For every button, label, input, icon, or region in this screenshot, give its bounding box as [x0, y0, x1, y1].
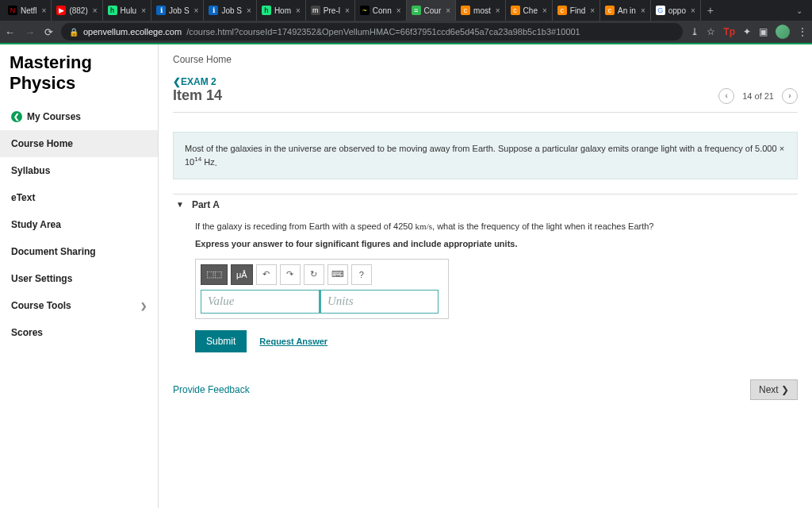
tab-title: Job S	[221, 6, 242, 15]
value-input[interactable]: Value	[201, 290, 320, 314]
tab-close-icon[interactable]: ×	[247, 6, 251, 15]
tab-title: Che	[523, 6, 538, 15]
browser-tab[interactable]: hHulu×	[103, 0, 151, 21]
browser-tab[interactable]: ≡Cour×	[407, 0, 457, 21]
units-input[interactable]: Units	[320, 290, 439, 314]
extension-tp-icon[interactable]: Tp	[723, 26, 735, 37]
tab-close-icon[interactable]: ×	[194, 6, 199, 15]
bookmark-icon[interactable]: ☆	[707, 26, 715, 37]
extensions-icon[interactable]: ✦	[743, 26, 751, 37]
pager-next-button[interactable]: ›	[782, 88, 798, 104]
answer-instruction: Express your answer to four significant …	[195, 237, 798, 251]
tab-title: Cour	[424, 6, 442, 15]
browser-tab[interactable]: cmost×	[456, 0, 506, 21]
browser-tab[interactable]: cChe×	[506, 0, 553, 21]
pager-prev-button[interactable]: ‹	[718, 88, 734, 104]
tab-favicon: m	[311, 6, 320, 15]
part-label: Part A	[192, 199, 220, 210]
profile-avatar[interactable]	[776, 25, 790, 39]
main-content: Course Home ❮EXAM 2 Item 14 ‹ 14 of 21 ›…	[159, 44, 812, 508]
tab-title: Netfl	[21, 6, 37, 15]
tab-favicon: c	[605, 6, 615, 15]
help-button[interactable]: ?	[351, 264, 372, 285]
tab-close-icon[interactable]: ×	[641, 6, 645, 15]
tab-close-icon[interactable]: ×	[496, 6, 500, 15]
sidebar-item-course-tools[interactable]: Course Tools❯	[0, 292, 158, 319]
brand-title: Mastering Physics	[0, 44, 158, 103]
tab-favicon: c	[511, 6, 520, 15]
nav-back-icon[interactable]: ←	[5, 26, 15, 38]
menu-icon[interactable]: ⋮	[798, 26, 807, 37]
next-button[interactable]: Next ❯	[750, 379, 798, 400]
tab-favicon: ~	[360, 6, 370, 15]
browser-address-bar: ← → ⟳ 🔒 openvellum.ecollege.com/course.h…	[0, 21, 812, 44]
browser-tab[interactable]: ℹJob S×	[204, 0, 256, 21]
tab-favicon: ℹ	[156, 6, 166, 15]
keyboard-button[interactable]: ⌨	[327, 264, 348, 285]
panel-icon[interactable]: ▣	[759, 26, 768, 37]
tab-close-icon[interactable]: ×	[42, 6, 47, 15]
tab-close-icon[interactable]: ×	[396, 6, 401, 15]
equation-toolbar: ⬚⬚ μÅ ↶ ↷ ↻ ⌨ ?	[201, 264, 443, 285]
tab-close-icon[interactable]: ×	[691, 6, 695, 15]
tab-title: Hulu	[121, 6, 137, 15]
browser-tab[interactable]: ℹJob S×	[151, 0, 204, 21]
browser-tab[interactable]: ~Conn×	[355, 0, 407, 21]
browser-tab[interactable]: Goppo×	[651, 0, 701, 21]
reset-button[interactable]: ↻	[304, 264, 324, 285]
undo-button[interactable]: ↶	[256, 264, 277, 285]
symbols-button[interactable]: μÅ	[231, 264, 253, 285]
url-box[interactable]: 🔒 openvellum.ecollege.com/course.html?co…	[61, 23, 683, 40]
tab-close-icon[interactable]: ×	[542, 6, 547, 15]
tabs-dropdown-icon[interactable]: ⌄	[790, 6, 809, 15]
back-circle-icon: ❮	[11, 111, 22, 122]
request-answer-link[interactable]: Request Answer	[259, 337, 327, 346]
install-icon[interactable]: ⤓	[691, 26, 699, 37]
lock-icon: 🔒	[69, 28, 79, 37]
browser-tab[interactable]: cAn in×	[600, 0, 651, 21]
sidebar-item-course-home[interactable]: Course Home	[0, 130, 158, 157]
sidebar-item-user-settings[interactable]: User Settings	[0, 265, 158, 292]
tab-close-icon[interactable]: ×	[345, 6, 350, 15]
provide-feedback-link[interactable]: Provide Feedback	[173, 384, 250, 395]
sidebar-my-courses[interactable]: ❮ My Courses	[0, 103, 158, 130]
url-path: /course.html?courseId=17492352&OpenVellu…	[186, 27, 580, 37]
tab-close-icon[interactable]: ×	[296, 6, 301, 15]
tab-close-icon[interactable]: ×	[446, 6, 450, 15]
redo-button[interactable]: ↷	[280, 264, 301, 285]
sidebar-item-syllabus[interactable]: Syllabus	[0, 157, 158, 184]
templates-button[interactable]: ⬚⬚	[201, 264, 228, 285]
tab-close-icon[interactable]: ×	[93, 6, 98, 15]
browser-tab[interactable]: hHom×	[257, 0, 306, 21]
tab-title: most	[473, 6, 491, 15]
tab-close-icon[interactable]: ×	[590, 6, 595, 15]
submit-button[interactable]: Submit	[195, 330, 247, 352]
browser-tab[interactable]: mPre-l×	[306, 0, 355, 21]
tab-title: (882)	[69, 6, 87, 15]
pager-position: 14 of 21	[742, 91, 774, 101]
tab-favicon: h	[262, 6, 271, 15]
sidebar-item-label: Scores	[11, 327, 43, 338]
sidebar: Mastering Physics ❮ My Courses Course Ho…	[0, 44, 159, 508]
nav-forward-icon[interactable]: →	[25, 26, 35, 38]
tab-favicon: h	[108, 6, 117, 15]
exam-back-link[interactable]: ❮EXAM 2	[173, 76, 798, 87]
sidebar-item-label: Document Sharing	[11, 246, 96, 257]
nav-reload-icon[interactable]: ⟳	[44, 26, 53, 38]
my-courses-label: My Courses	[27, 111, 81, 122]
chevron-right-icon: ❯	[140, 302, 147, 310]
collapse-icon[interactable]: ▼	[176, 200, 184, 209]
new-tab-button[interactable]: +	[701, 4, 720, 17]
part-a-header[interactable]: ▼ Part A	[173, 194, 798, 220]
sidebar-item-document-sharing[interactable]: Document Sharing	[0, 238, 158, 265]
browser-tab[interactable]: cFind×	[553, 0, 600, 21]
browser-tab[interactable]: ▶(882)×	[52, 0, 102, 21]
tab-favicon: G	[656, 6, 665, 15]
sidebar-item-etext[interactable]: eText	[0, 184, 158, 211]
tab-close-icon[interactable]: ×	[141, 6, 146, 15]
sidebar-item-study-area[interactable]: Study Area	[0, 211, 158, 238]
tab-title: oppo	[668, 6, 686, 15]
sidebar-item-scores[interactable]: Scores	[0, 319, 158, 346]
sidebar-item-label: Study Area	[11, 219, 61, 230]
browser-tab[interactable]: NNetfl×	[3, 0, 52, 21]
